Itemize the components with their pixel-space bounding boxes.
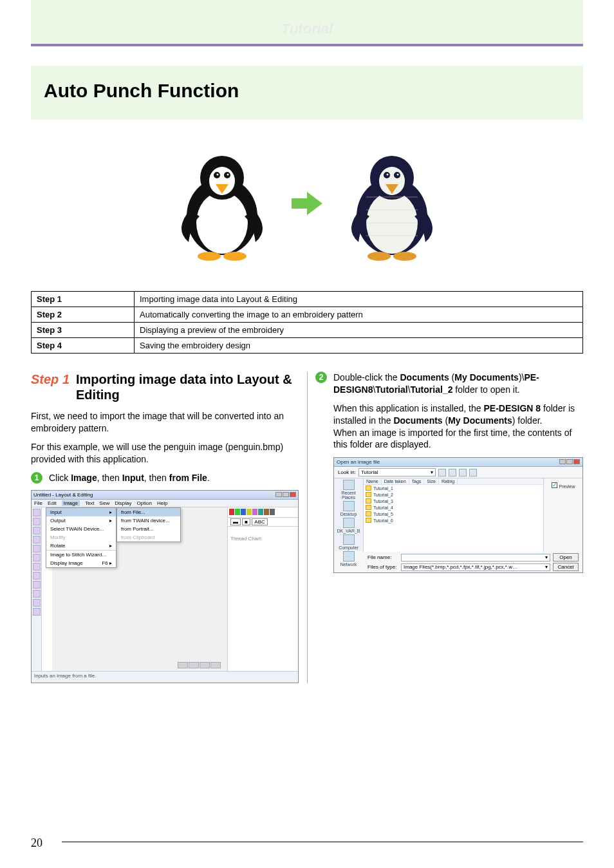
tool-icon[interactable] [33, 509, 41, 516]
menu-item-input[interactable]: Input▸ [46, 508, 116, 516]
chevron-down-icon[interactable]: ▾ [545, 564, 548, 570]
zoom-icon[interactable] [210, 662, 221, 668]
up-icon[interactable] [449, 469, 456, 476]
footer-rule [62, 842, 583, 842]
swatch-icon[interactable] [235, 509, 240, 515]
preview-checkbox[interactable] [552, 482, 557, 488]
submenu-from-portrait[interactable]: from Portrait... [117, 525, 180, 533]
svg-point-9 [198, 252, 221, 261]
swatch-icon[interactable] [229, 509, 234, 515]
file-list-columns[interactable]: Name Date taken Tags Size Rating [364, 478, 543, 485]
menu-item-display-image[interactable]: Display ImageF6 ▸ [46, 559, 116, 567]
swatch-icon[interactable] [252, 509, 257, 515]
tool-icon[interactable] [33, 518, 41, 525]
mode-buttons[interactable]: ▬ ■ ABC [228, 518, 298, 527]
tool-icon[interactable] [33, 536, 41, 543]
swatch-icon[interactable] [270, 509, 275, 515]
filetype-field[interactable]: Image Files(*.bmp,*.pcd,*.fpx,*.tif,*.jp… [401, 563, 550, 571]
menu-file[interactable]: File [34, 500, 42, 506]
place-network[interactable]: Network [335, 551, 362, 567]
close-icon[interactable] [573, 459, 580, 464]
menu-text[interactable]: Text [85, 500, 95, 506]
zoom-icon[interactable] [189, 662, 199, 668]
tool-icon[interactable] [33, 590, 41, 598]
views-icon[interactable] [469, 469, 477, 476]
menu-item-output[interactable]: Output▸ [46, 516, 116, 525]
swatch-icon[interactable] [264, 509, 269, 515]
tool-icon[interactable] [33, 554, 41, 561]
menu-item-wizard[interactable]: Image to Stitch Wizard... [46, 550, 116, 559]
svg-point-1 [196, 192, 248, 254]
zoom-controls[interactable] [178, 662, 221, 668]
menu-sew[interactable]: Sew [100, 500, 110, 506]
close-icon[interactable] [290, 492, 296, 497]
maximize-icon[interactable] [283, 492, 289, 497]
right-panel: ▬ ■ ABC Thread Chart: [227, 507, 298, 671]
chevron-down-icon[interactable]: ▾ [545, 554, 548, 560]
table-row: Step 3 Displaying a preview of the embro… [32, 323, 583, 338]
dialog-main: Recent Places Desktop DK_VAR_B Computer … [334, 478, 582, 552]
submenu-from-twain[interactable]: from TWAIN device... [117, 516, 180, 525]
col-rating[interactable]: Rating [439, 478, 458, 484]
tool-icon[interactable] [33, 608, 41, 616]
menu-item-twain[interactable]: Select TWAIN Device... [46, 525, 116, 533]
col-size[interactable]: Size [424, 478, 439, 484]
folder-row[interactable]: Tutorial_2 [364, 491, 543, 498]
col-tags[interactable]: Tags [409, 478, 425, 484]
folder-row[interactable]: Tutorial_3 [364, 498, 543, 504]
tool-icon[interactable] [33, 545, 41, 552]
open-button[interactable]: Open [553, 553, 579, 561]
minimize-icon[interactable] [275, 492, 282, 497]
places-bar[interactable]: Recent Places Desktop DK_VAR_B Computer … [334, 478, 364, 552]
left-toolbar[interactable] [32, 507, 42, 671]
col-name[interactable]: Name [364, 478, 382, 484]
file-list[interactable]: Name Date taken Tags Size Rating Tutoria… [364, 478, 544, 552]
folder-row[interactable]: Tutorial_4 [364, 504, 543, 511]
folder-row[interactable]: Tutorial_6 [364, 517, 543, 524]
tool-icon[interactable] [33, 572, 41, 580]
page-content: Auto Punch Function [0, 46, 614, 683]
menu-help[interactable]: Help [157, 500, 167, 506]
back-icon[interactable] [438, 469, 446, 476]
mode-solid-icon[interactable]: ▬ [230, 518, 241, 525]
menu-item-rotate[interactable]: Rotate▸ [46, 542, 116, 550]
txt-bold: Image [71, 473, 97, 483]
place-recent[interactable]: Recent Places [335, 480, 362, 500]
window-title: Untitled - Layout & Editing [33, 492, 93, 498]
menubar[interactable]: File Edit Image Text Sew Display Option … [32, 500, 298, 507]
menu-image[interactable]: Image [62, 500, 80, 506]
minimize-icon[interactable] [559, 459, 566, 464]
image-menu-dropdown[interactable]: Input▸ Output▸ Select TWAIN Device... Mo… [46, 507, 116, 568]
maximize-icon[interactable] [566, 459, 573, 464]
filename-label: File name: [367, 554, 398, 560]
cancel-button[interactable]: Cancel [553, 563, 579, 571]
chevron-down-icon[interactable]: ▾ [431, 469, 433, 475]
input-submenu[interactable]: from File... from TWAIN device... from P… [116, 507, 181, 542]
mode-fill-icon[interactable]: ■ [242, 518, 250, 525]
tool-icon[interactable] [33, 581, 41, 589]
submenu-from-file[interactable]: from File... [117, 508, 180, 516]
lookin-field[interactable]: Tutorial▾ [358, 468, 436, 476]
mode-abc[interactable]: ABC [252, 518, 267, 525]
swatch-icon[interactable] [247, 509, 252, 515]
tool-icon[interactable] [33, 563, 41, 571]
place-dkvar[interactable]: DK_VAR_B [335, 518, 362, 533]
new-folder-icon[interactable] [459, 469, 467, 476]
folder-row[interactable]: Tutorial_5 [364, 511, 543, 517]
place-computer[interactable]: Computer [335, 534, 362, 550]
swatch-icon[interactable] [241, 509, 246, 515]
menu-display[interactable]: Display [115, 500, 131, 506]
tool-icon[interactable] [33, 599, 41, 607]
zoom-icon[interactable] [200, 662, 210, 668]
folder-row[interactable]: Tutorial_1 [364, 485, 543, 491]
menu-option[interactable]: Option [136, 500, 152, 506]
swatch-icon[interactable] [258, 509, 263, 515]
svg-point-6 [217, 174, 219, 176]
zoom-icon[interactable] [178, 662, 188, 668]
menu-edit[interactable]: Edit [48, 500, 57, 506]
filename-field[interactable]: ▾ [401, 554, 550, 561]
place-desktop[interactable]: Desktop [335, 501, 362, 516]
col-date[interactable]: Date taken [382, 478, 409, 484]
tool-icon[interactable] [33, 527, 41, 534]
color-swatches[interactable] [228, 507, 298, 518]
